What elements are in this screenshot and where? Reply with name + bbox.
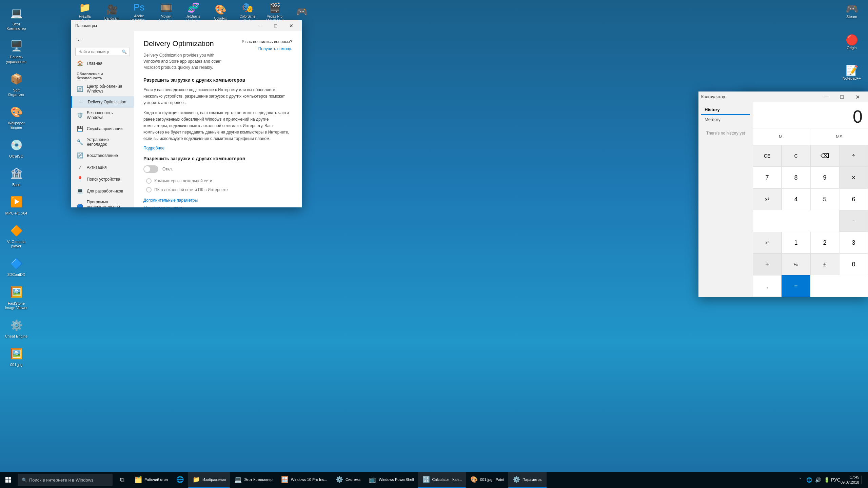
minimize-button[interactable]: ─ (252, 20, 268, 31)
calc-overlay-minimize[interactable]: ─ (818, 92, 834, 102)
calc-ce-btn[interactable]: CE (753, 145, 782, 167)
tray-language[interactable]: РУС (832, 476, 840, 484)
desktop-icon-cheat-engine[interactable]: ⚙️ Cheat Engine (3, 315, 30, 341)
calc-equals-btn[interactable]: = (782, 275, 810, 297)
settings-nav-insider[interactable]: 🔵 Программа предварительной оценки Windo… (71, 197, 134, 207)
taskbar-app-calculator[interactable]: 🔢 Calculator - Кал... (418, 472, 466, 488)
calc-c-btn[interactable]: C (782, 145, 810, 167)
top-icon-bandicam[interactable]: 🎥 Bandicam (98, 1, 125, 23)
calc-plusminus-btn[interactable]: ± (810, 253, 839, 275)
settings-nav-home[interactable]: 🏠 Главная (71, 57, 134, 69)
top-icon-adobe[interactable]: Ps AdobePhotosho... (125, 1, 153, 23)
calc-6-btn[interactable]: 6 (839, 188, 868, 210)
taskbar-app-ie[interactable]: 🌐 (172, 472, 188, 488)
radio-internet-input[interactable] (146, 187, 152, 192)
desktop-icon-this-pc[interactable]: 💻 ЭтотКомпьютер (3, 3, 30, 33)
calc-5-btn[interactable]: 5 (810, 188, 839, 210)
memory-tab-btn[interactable]: Memory (701, 115, 750, 124)
taskbar-app-images[interactable]: 📁 Изображения (188, 472, 230, 488)
settings-nav-activation[interactable]: ✓ Активация (71, 161, 134, 173)
start-button[interactable] (0, 472, 16, 488)
desktop-icon-origin[interactable]: 🔴 Origin (838, 34, 865, 50)
settings-back-button[interactable]: ← (71, 34, 134, 46)
history-tab-btn[interactable]: History (701, 105, 750, 115)
maximize-button[interactable]: □ (268, 20, 283, 31)
top-icon-movavi[interactable]: 🎞️ MovaviVideo Sui... (153, 1, 180, 23)
calc-overlay-close[interactable]: ✕ (850, 92, 865, 102)
calc-0-btn[interactable]: 0 (839, 253, 868, 275)
advanced-params-link[interactable]: Дополнительные параметры (143, 198, 292, 203)
top-icon-vegas[interactable]: 🎬 Vegas Pro14.0 (64-bit) (261, 1, 288, 23)
more-link[interactable]: Подробнее (143, 146, 292, 150)
desktop-icon-vlc[interactable]: 🔶 VLC mediaplayer (3, 220, 30, 250)
settings-search-box[interactable]: 🔍 (75, 48, 130, 56)
calc-minus-btn[interactable]: − (839, 210, 868, 232)
calc-backspace-btn[interactable]: ⌫ (810, 145, 839, 167)
settings-nav-recovery[interactable]: 🔃 Восстановление (71, 149, 134, 161)
calc-btn-ms[interactable]: MS (810, 128, 868, 145)
desktop-icon-faststone[interactable]: 🖼️ FastStoneImage Viewer (3, 282, 30, 312)
tray-arrow[interactable]: ˄ (796, 476, 805, 484)
calc-4-btn[interactable]: 4 (782, 188, 810, 210)
radio-item-internet[interactable]: ПК в локальной сети и ПК в Интернете (146, 187, 292, 192)
taskbar-app-explorer[interactable]: 🗂️ Рабочий стол (130, 472, 172, 488)
taskbar-app-settings[interactable]: ⚙️ Параметры (508, 472, 547, 488)
calc-comma-btn[interactable]: , (753, 275, 782, 297)
calc-9-btn[interactable]: 9 (810, 167, 839, 188)
close-button[interactable]: ✕ (283, 20, 299, 31)
top-icon-jetbrains[interactable]: 🧬 JetBrainsPhySto... (180, 1, 207, 23)
settings-nav-security[interactable]: 🛡️ Безопасность Windows (71, 108, 134, 123)
settings-nav-windows-update[interactable]: 🔄 Центр обновления Windows (71, 81, 134, 96)
help-link[interactable]: Получить помощь (258, 46, 292, 51)
taskbar-app-system[interactable]: ⚙️ Система (331, 472, 364, 488)
calc-plus-btn[interactable]: + (753, 253, 782, 275)
desktop-icon-mpc[interactable]: ▶️ MPC-HC x64 (3, 192, 30, 218)
settings-nav-find-device[interactable]: 📍 Поиск устройства (71, 173, 134, 185)
top-icon-colorsche[interactable]: 🎭 ColorScheStudio (234, 1, 261, 23)
desktop-icon-steam[interactable]: 🎮 Steam (838, 3, 865, 19)
radio-item-local[interactable]: Компьютеры в локальной сети (146, 178, 292, 184)
calc-overlay-maximize[interactable]: □ (834, 92, 850, 102)
desktop-icon-001jpg[interactable]: 🖼️ 001.jpg (3, 343, 30, 369)
tray-volume[interactable]: 🔊 (814, 476, 822, 484)
taskbar-app-paint[interactable]: 🎨 001.jpg - Paint (466, 472, 508, 488)
tray-network[interactable]: 🌐 (805, 476, 813, 484)
calc-1-btn[interactable]: 1 (782, 232, 810, 253)
calc-x3-btn[interactable]: x³ (753, 232, 782, 253)
desktop-icon-panel[interactable]: 🖥️ Панельуправления (3, 36, 30, 66)
desktop-icon-ultraiso[interactable]: 💿 UltraISO (3, 135, 30, 161)
settings-nav-backup[interactable]: 💾 Служба архивации (71, 123, 134, 135)
settings-nav-developer[interactable]: 💻 Для разработчиков (71, 185, 134, 197)
desktop-icon-wallpaper[interactable]: 🎨 Wallpaper Engine (3, 102, 30, 132)
taskbar-app-powershell[interactable]: 📺 Windows PowerShell (364, 472, 418, 488)
calc-8-btn[interactable]: 8 (782, 167, 810, 188)
top-icon-filezilla[interactable]: 📁 FileZillaClient (71, 1, 98, 23)
taskbar-app-win10[interactable]: 🪟 Windows 10 Pro Ins... (277, 472, 331, 488)
activity-monitor-link[interactable]: Монитор активности (143, 205, 292, 208)
top-icon-game[interactable]: 🎮 (288, 1, 315, 23)
calc-reciprocal-btn[interactable]: ¹∕ₓ (782, 253, 810, 275)
task-view-button[interactable]: ⧉ (114, 472, 130, 488)
calc-x2-btn[interactable]: x² (753, 188, 782, 210)
calc-2-btn[interactable]: 2 (810, 232, 839, 253)
top-icon-colorpix[interactable]: 🎨 ColorPix (207, 1, 234, 23)
taskbar-search-box[interactable]: 🔍 Поиск в интернете и в Windows (18, 474, 113, 486)
calc-multiply-btn[interactable]: × (839, 167, 868, 188)
calc-7-btn[interactable]: 7 (753, 167, 782, 188)
calc-btn-m-minus[interactable]: M- (753, 128, 810, 145)
desktop-icon-bank[interactable]: 🏦 Банк (3, 163, 30, 189)
show-desktop-button[interactable] (861, 476, 865, 484)
settings-nav-delivery[interactable]: ↔️ Delivery Optimization (71, 96, 134, 108)
desktop-icon-notepad[interactable]: 📝 Notepad++ (838, 64, 865, 80)
system-clock[interactable]: 17:45 09.07.2018 (841, 475, 859, 485)
tray-battery[interactable]: 🔋 (823, 476, 831, 484)
settings-search-input[interactable] (78, 49, 122, 54)
toggle-switch[interactable] (143, 165, 158, 173)
calc-divide-btn[interactable]: ÷ (839, 145, 868, 167)
radio-local-input[interactable] (146, 178, 152, 184)
settings-nav-troubleshoot[interactable]: 🔧 Устранение неполадок (71, 135, 134, 149)
desktop-icon-soft-organizer[interactable]: 📦 SoftOrganizer (3, 69, 30, 99)
calc-3-btn[interactable]: 3 (839, 232, 868, 253)
desktop-icon-3dcoat[interactable]: 🔷 3DCoatDX (3, 253, 30, 279)
taskbar-app-computer[interactable]: 💻 Этот Компьютер (230, 472, 277, 488)
